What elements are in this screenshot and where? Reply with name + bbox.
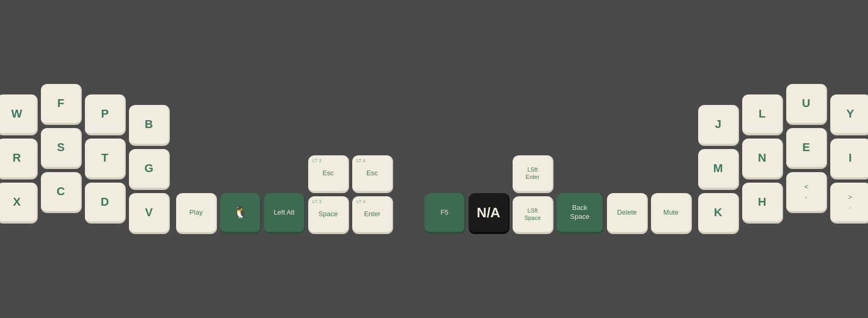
key-linux[interactable]: 🐧: [220, 193, 261, 234]
key-t[interactable]: T: [85, 139, 126, 179]
left-thumb-col2: Left Alt: [264, 193, 305, 234]
right-col-2: U E <,: [786, 84, 827, 213]
key-v[interactable]: V: [129, 193, 170, 234]
key-f5[interactable]: F5: [425, 193, 465, 234]
left-col-4: B G V: [129, 105, 170, 234]
left-thumb-col3: LT 3 Esc LT 3 Space: [308, 155, 349, 234]
key-u[interactable]: U: [786, 84, 827, 125]
key-s[interactable]: S: [41, 128, 82, 169]
key-period[interactable]: >.: [830, 183, 868, 224]
key-lt3-esc[interactable]: LT 3 Esc: [308, 155, 349, 193]
key-e[interactable]: E: [786, 128, 827, 169]
key-c[interactable]: C: [41, 172, 82, 213]
right-thumb-col1: N/A: [469, 193, 509, 234]
key-f[interactable]: F: [41, 84, 82, 125]
key-h[interactable]: H: [742, 183, 783, 224]
key-l[interactable]: L: [742, 94, 783, 135]
key-play[interactable]: Play: [176, 193, 217, 234]
key-lt4-esc[interactable]: LT 4 Esc: [352, 155, 393, 193]
left-thumb-col1: 🐧: [220, 193, 261, 234]
right-thumb-col5: Mute: [651, 193, 692, 234]
key-d[interactable]: D: [85, 183, 126, 224]
key-b[interactable]: B: [129, 105, 170, 146]
key-lsft-space[interactable]: LSft Space: [513, 196, 554, 234]
keyboard-layout: Q A / W R X F S C P T D: [0, 73, 868, 245]
right-thumb-col3: Back Space: [557, 193, 604, 234]
key-j[interactable]: J: [698, 105, 739, 146]
left-half: Q A / W R X F S C P T D: [0, 84, 393, 234]
key-x[interactable]: X: [0, 183, 38, 224]
key-r[interactable]: R: [0, 139, 38, 179]
key-lsft-enter[interactable]: LSft Enter: [513, 155, 554, 193]
key-p[interactable]: P: [85, 94, 126, 135]
key-k[interactable]: K: [698, 193, 739, 234]
key-delete[interactable]: Delete: [607, 193, 648, 234]
key-backspace[interactable]: Back Space: [557, 193, 604, 234]
key-left-alt[interactable]: Left Alt: [264, 193, 305, 234]
right-col-0: J M K: [698, 105, 739, 234]
key-mute[interactable]: Mute: [651, 193, 692, 234]
right-thumb-col2: LSft Enter LSft Space: [513, 155, 554, 234]
right-thumb-cluster: F5 N/A LSft Enter LSft Space: [425, 155, 692, 234]
key-i[interactable]: I: [830, 139, 868, 179]
right-thumb-col0: F5: [425, 193, 465, 234]
right-half: F5 N/A LSft Enter LSft Space: [425, 84, 868, 234]
right-col-1: L N H: [742, 94, 783, 224]
key-y[interactable]: Y: [830, 94, 868, 135]
key-comma[interactable]: <,: [786, 172, 827, 213]
key-m[interactable]: M: [698, 149, 739, 190]
key-g[interactable]: G: [129, 149, 170, 190]
left-col-1: W R X: [0, 94, 38, 224]
key-lt3-space[interactable]: LT 3 Space: [308, 196, 349, 234]
left-col-2: F S C: [41, 84, 82, 213]
left-thumb-col4: LT 4 Esc LT 4 Enter: [352, 155, 393, 234]
right-col-3: Y I >.: [830, 94, 868, 224]
key-lt4-enter[interactable]: LT 4 Enter: [352, 196, 393, 234]
key-na[interactable]: N/A: [469, 193, 509, 234]
left-col-3: P T D: [85, 94, 126, 224]
key-w[interactable]: W: [0, 94, 38, 135]
key-n[interactable]: N: [742, 139, 783, 179]
left-thumb-col0: Play: [176, 193, 217, 234]
right-thumb-col4: Delete: [607, 193, 648, 234]
left-thumb-cluster: Play 🐧 Left Alt LT 3 Esc: [176, 155, 393, 234]
